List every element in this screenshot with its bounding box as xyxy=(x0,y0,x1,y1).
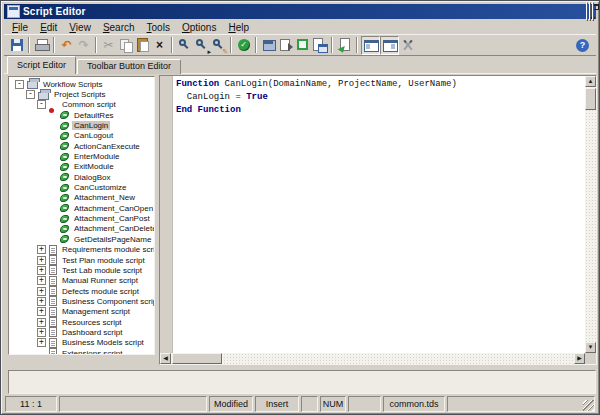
expand-icon[interactable]: + xyxy=(37,256,46,265)
tree-item-test-plan-module-script[interactable]: +Test Plan module script xyxy=(9,255,154,265)
tree-item-attachment-new[interactable]: Attachment_New xyxy=(9,193,154,203)
tree-item-entermodule[interactable]: EnterModule xyxy=(9,151,154,161)
expand-icon[interactable]: + xyxy=(37,276,46,285)
tree-item-canlogin[interactable]: CanLogin xyxy=(9,120,154,130)
tree-item-business-models-script[interactable]: +Business Models script xyxy=(9,338,154,348)
tree-item-requirements-module-script[interactable]: +Requirements module script xyxy=(9,245,154,255)
undo-button[interactable]: ↶ xyxy=(58,36,75,54)
menu-view[interactable]: View xyxy=(63,21,97,34)
tree-item-actioncanexecute[interactable]: ActionCanExecute xyxy=(9,141,154,151)
tree-item-workflow-scripts[interactable]: -Workflow Scripts xyxy=(9,79,154,89)
tree-item-management-script[interactable]: +Management script xyxy=(9,307,154,317)
menu-help[interactable]: Help xyxy=(222,21,255,34)
tree-item-test-lab-module-script[interactable]: +Test Lab module script xyxy=(9,265,154,275)
tree-item-business-component-script[interactable]: +Business Component script xyxy=(9,296,154,306)
menu-bar: FileEditViewSearchToolsOptionsHelp xyxy=(4,20,596,34)
toolbar-separator xyxy=(331,37,333,53)
scroll-right-button[interactable]: ▶ xyxy=(574,353,585,364)
menu-edit[interactable]: Edit xyxy=(34,21,63,34)
tree-item-defaultres[interactable]: DefaultRes xyxy=(9,110,154,120)
tree-item-dashboard-script[interactable]: +Dashboard script xyxy=(9,327,154,337)
status-cell-status-spacer-2 xyxy=(301,396,318,412)
tree-item-cancustomize[interactable]: CanCustomize xyxy=(9,182,154,192)
tree-item-common-script[interactable]: -Common script xyxy=(9,100,154,110)
expand-icon[interactable]: + xyxy=(37,338,46,347)
tab-toolbar-button-editor[interactable]: Toolbar Button Editor xyxy=(77,59,181,74)
expand-icon[interactable]: + xyxy=(37,297,46,306)
collapse-icon[interactable]: - xyxy=(15,80,24,89)
tree-item-attachment-canopen[interactable]: Attachment_CanOpen xyxy=(9,203,154,213)
tree-item-dialogbox[interactable]: DialogBox xyxy=(9,172,154,182)
expand-icon[interactable]: + xyxy=(37,318,46,327)
print-button[interactable] xyxy=(33,36,50,54)
customize-button[interactable] xyxy=(399,36,416,54)
new-window-button[interactable] xyxy=(311,36,328,54)
expand-icon[interactable]: + xyxy=(37,307,46,316)
collapse-icon[interactable]: - xyxy=(26,90,35,99)
tree-item-attachment-candelete[interactable]: Attachment_CanDelete xyxy=(9,224,154,234)
tree-item-label: Project Scripts xyxy=(52,90,108,99)
validate-script-button[interactable] xyxy=(336,36,353,54)
tree-item-exitmodule[interactable]: ExitModule xyxy=(9,162,154,172)
tree-item-attachment-canpost[interactable]: Attachment_CanPost xyxy=(9,213,154,223)
resize-grip[interactable] xyxy=(583,400,594,411)
scroll-down-button[interactable]: ▼ xyxy=(585,342,596,353)
delete-button[interactable]: × xyxy=(151,36,168,54)
field-window-button[interactable] xyxy=(260,36,277,54)
tree-item-resources-script[interactable]: +Resources script xyxy=(9,317,154,327)
tree-item-getdetailspagename[interactable]: GetDetailsPageName xyxy=(9,234,154,244)
tree-item-label: DialogBox xyxy=(72,173,112,182)
menu-options[interactable]: Options xyxy=(176,21,222,34)
tree-item-label: Extensions script xyxy=(60,349,124,355)
collapse-icon[interactable]: - xyxy=(37,100,46,109)
menu-file[interactable]: File xyxy=(6,21,34,34)
menu-search[interactable]: Search xyxy=(97,21,141,34)
status-cell-modified-flag: Modified xyxy=(209,396,253,412)
archive-button[interactable] xyxy=(294,36,311,54)
expand-icon[interactable]: + xyxy=(37,287,46,296)
horizontal-scroll-thumb[interactable] xyxy=(172,353,222,364)
close-button[interactable] xyxy=(592,2,594,21)
help-button[interactable]: ? xyxy=(576,39,589,52)
send-to-button[interactable] xyxy=(277,36,294,54)
replace-button[interactable]: ✎ xyxy=(210,36,227,54)
scroll-left-button[interactable]: ◀ xyxy=(160,353,171,364)
code-line: End Function xyxy=(176,104,583,117)
save-button[interactable] xyxy=(8,36,25,54)
paste-button[interactable] xyxy=(134,36,151,54)
editor-horizontal-scrollbar[interactable]: ◀ ▶ xyxy=(160,353,585,364)
tree-item-extensions-script[interactable]: Extensions script xyxy=(9,348,154,355)
maximize-button[interactable] xyxy=(589,2,591,21)
customize-icon xyxy=(400,37,416,53)
code-area[interactable]: Function CanLogin(DomainName, ProjectNam… xyxy=(176,78,583,351)
redo-button[interactable]: ↷ xyxy=(75,36,92,54)
minimize-button[interactable] xyxy=(586,2,588,21)
expand-icon[interactable]: + xyxy=(37,328,46,337)
tree-item-project-scripts[interactable]: -Project Scripts xyxy=(9,89,154,99)
expand-icon[interactable]: + xyxy=(37,266,46,275)
editor-vertical-scrollbar[interactable]: ▲ ▼ xyxy=(585,76,596,353)
syntax-check-button[interactable]: ✓ xyxy=(235,36,252,54)
scroll-up-button[interactable]: ▲ xyxy=(585,76,596,87)
toggle-tree-pane-button[interactable] xyxy=(380,36,399,55)
find-button[interactable] xyxy=(176,36,193,54)
tree-item-label: Resources script xyxy=(60,318,124,327)
tab-script-editor[interactable]: Script Editor xyxy=(7,56,76,74)
expand-icon[interactable]: + xyxy=(37,245,46,254)
send-to-icon xyxy=(278,37,294,53)
tree-item-manual-runner-script[interactable]: +Manual Runner script xyxy=(9,276,154,286)
vertical-scroll-thumb[interactable] xyxy=(585,88,596,110)
find-next-button[interactable]: ▸ xyxy=(193,36,210,54)
save-icon xyxy=(11,39,23,51)
function-icon xyxy=(60,235,69,243)
delete-icon: × xyxy=(156,39,163,51)
print-icon xyxy=(34,37,50,53)
toggle-editor-pane-button[interactable] xyxy=(361,36,380,55)
tree-item-label: Common script xyxy=(60,100,118,109)
field-window-icon xyxy=(261,37,277,53)
menu-tools[interactable]: Tools xyxy=(141,21,176,34)
tree-item-canlogout[interactable]: CanLogout xyxy=(9,131,154,141)
tree-item-defects-module-script[interactable]: +Defects module script xyxy=(9,286,154,296)
copy-button[interactable] xyxy=(117,36,134,54)
cut-button[interactable]: ✂ xyxy=(100,36,117,54)
